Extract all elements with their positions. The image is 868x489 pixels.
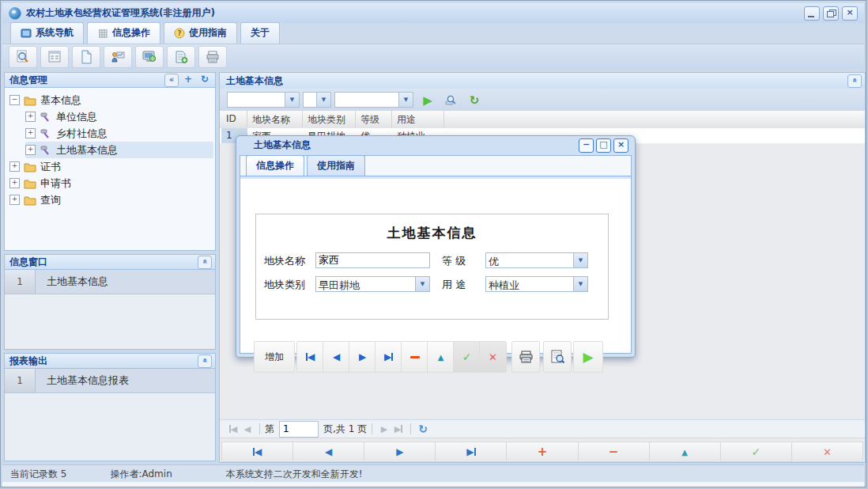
page-last-button[interactable]: ▶ bbox=[391, 424, 406, 434]
chevron-down-icon[interactable]: ▼ bbox=[398, 93, 413, 107]
record-add-button[interactable]: + bbox=[507, 442, 578, 462]
tree-node-unit-info[interactable]: + 单位信息 bbox=[25, 108, 97, 125]
dialog-tab-info-operation[interactable]: 信息操作 bbox=[246, 155, 304, 176]
page-refresh-button[interactable]: ↻ bbox=[416, 423, 430, 435]
page-first-button[interactable]: ◀ bbox=[226, 424, 240, 434]
record-prev-button[interactable]: ◀ bbox=[293, 442, 364, 462]
column-header-use[interactable]: 用途 bbox=[392, 111, 444, 127]
tree-node-application[interactable]: + 申请书 bbox=[9, 175, 71, 191]
record-last-button[interactable]: ▶ bbox=[436, 442, 507, 462]
page-prev-button[interactable]: ◀ bbox=[240, 424, 255, 434]
expand-toggle-icon[interactable]: + bbox=[9, 178, 20, 188]
column-header-category[interactable]: 地块类别 bbox=[303, 111, 356, 127]
search-query-button[interactable] bbox=[440, 91, 461, 110]
chevron-down-icon[interactable]: ▼ bbox=[415, 277, 429, 291]
tree-node-basic-info[interactable]: − 基本信息 bbox=[9, 92, 81, 108]
dialog-minimize-button[interactable]: − bbox=[579, 138, 594, 153]
print-button[interactable] bbox=[198, 46, 227, 68]
record-delete-button[interactable]: − bbox=[579, 442, 650, 462]
plot-name-input[interactable] bbox=[315, 252, 430, 268]
record-save-button[interactable]: ✓ bbox=[721, 442, 792, 462]
record-first-button[interactable]: ◀ bbox=[221, 442, 293, 462]
cancel-record-button[interactable]: ✕ bbox=[479, 341, 507, 373]
panel-info-manage-header: 信息管理 « + ↻ bbox=[4, 72, 216, 88]
dialog-close-button[interactable]: × bbox=[613, 138, 628, 153]
page-next-button[interactable]: ▶ bbox=[377, 424, 391, 434]
collapse-left-button[interactable]: « bbox=[164, 74, 179, 87]
print-button[interactable] bbox=[511, 341, 540, 373]
run-query-button[interactable]: ▶ bbox=[417, 91, 438, 110]
folder-icon bbox=[24, 178, 36, 189]
tree-node-village-info[interactable]: + 乡村社信息 bbox=[25, 125, 108, 142]
collapse-up-button[interactable]: « bbox=[847, 74, 862, 88]
nav-last-button[interactable]: ▶ bbox=[375, 341, 402, 373]
tree-node-certificate[interactable]: + 证书 bbox=[9, 158, 61, 175]
list-item-land-basic-info[interactable]: 1 土地基本信息 bbox=[5, 270, 215, 294]
record-cancel-button[interactable]: ✕ bbox=[792, 442, 863, 462]
use-select[interactable]: 种植业 ▼ bbox=[485, 276, 588, 292]
delete-record-button[interactable] bbox=[401, 341, 428, 373]
collapse-up-button[interactable]: « bbox=[198, 256, 212, 269]
list-item-land-report[interactable]: 1 土地基本信息报表 bbox=[5, 369, 215, 393]
tree-node-land-basic-info[interactable]: + 土地基本信息 bbox=[25, 142, 213, 158]
run-button[interactable]: ▶ bbox=[573, 341, 603, 373]
search-button[interactable] bbox=[9, 46, 37, 68]
window-title: 农村土地承包经营权证管理系统(非注册用户) bbox=[26, 6, 215, 20]
filter-combo-2[interactable]: ▼ bbox=[303, 92, 331, 108]
record-edit-button[interactable]: ▲ bbox=[650, 442, 721, 462]
grade-select[interactable]: 优 ▼ bbox=[485, 252, 588, 268]
dialog-tab-guide[interactable]: 使用指南 bbox=[307, 155, 365, 176]
add-record-button[interactable]: 增加 bbox=[254, 341, 295, 373]
window-close-button[interactable]: × bbox=[842, 6, 858, 21]
chevron-down-icon[interactable]: ▼ bbox=[285, 93, 299, 107]
refresh-query-button[interactable]: ↻ bbox=[464, 91, 485, 110]
monitor-web-button[interactable] bbox=[135, 46, 164, 68]
tool-icon bbox=[40, 145, 52, 156]
add-button[interactable]: + bbox=[181, 74, 195, 87]
expand-toggle-icon[interactable]: + bbox=[25, 145, 36, 155]
window-restore-button[interactable] bbox=[823, 6, 839, 21]
monitor-icon bbox=[21, 28, 32, 39]
chevron-down-icon[interactable]: ▼ bbox=[573, 277, 587, 291]
menu-tab-about[interactable]: 关于 bbox=[240, 22, 280, 44]
nav-next-button[interactable]: ▶ bbox=[349, 341, 376, 373]
pagination-bar: ◀ ◀ 第 页,共 1 页 ▶ ▶ ↻ bbox=[220, 419, 865, 438]
dialog-title: 土地基本信息 bbox=[254, 138, 311, 152]
column-header-name[interactable]: 地块名称 bbox=[247, 111, 303, 127]
collapse-up-button[interactable]: « bbox=[198, 354, 212, 368]
page-number-input[interactable] bbox=[279, 421, 319, 438]
dialog-maximize-button[interactable]: □ bbox=[596, 138, 611, 153]
print-preview-button[interactable] bbox=[543, 341, 572, 373]
printer-icon bbox=[206, 50, 220, 64]
user-report-button[interactable] bbox=[104, 46, 132, 68]
document-button[interactable] bbox=[72, 46, 100, 68]
collapse-toggle-icon[interactable]: − bbox=[9, 95, 20, 105]
nav-prev-button[interactable]: ◀ bbox=[323, 341, 350, 373]
save-record-button[interactable]: ✓ bbox=[453, 341, 481, 373]
refresh-button[interactable]: ↻ bbox=[198, 74, 212, 87]
menu-tab-guide[interactable]: ? 使用指南 bbox=[164, 22, 237, 44]
filter-combo-1[interactable]: ▼ bbox=[227, 92, 300, 108]
tree-node-query[interactable]: + 查询 bbox=[9, 191, 61, 208]
chevron-down-icon[interactable]: ▼ bbox=[316, 93, 330, 107]
expand-toggle-icon[interactable]: + bbox=[9, 195, 20, 205]
chevron-down-icon[interactable]: ▼ bbox=[573, 253, 587, 267]
expand-toggle-icon[interactable]: + bbox=[25, 128, 36, 138]
nav-first-button[interactable]: ◀ bbox=[296, 341, 324, 373]
add-record-button[interactable] bbox=[167, 46, 195, 68]
filter-combo-3[interactable]: ▼ bbox=[334, 92, 413, 108]
preview-icon bbox=[550, 350, 565, 364]
document-icon bbox=[79, 50, 93, 64]
edit-record-button[interactable]: ▲ bbox=[427, 341, 455, 373]
menu-tab-system-nav[interactable]: 系统导航 bbox=[10, 22, 84, 44]
category-select[interactable]: 旱田耕地 ▼ bbox=[315, 276, 430, 292]
expand-toggle-icon[interactable]: + bbox=[25, 112, 36, 122]
column-header-grade[interactable]: 等级 bbox=[356, 111, 392, 127]
form-view-button[interactable] bbox=[40, 46, 69, 68]
expand-toggle-icon[interactable]: + bbox=[9, 161, 20, 172]
column-header-id[interactable]: ID bbox=[221, 111, 247, 127]
printer-icon bbox=[519, 350, 534, 364]
record-next-button[interactable]: ▶ bbox=[364, 442, 436, 462]
menu-tab-info-operation[interactable]: 信息操作 bbox=[87, 22, 160, 44]
window-minimize-button[interactable] bbox=[804, 6, 820, 21]
